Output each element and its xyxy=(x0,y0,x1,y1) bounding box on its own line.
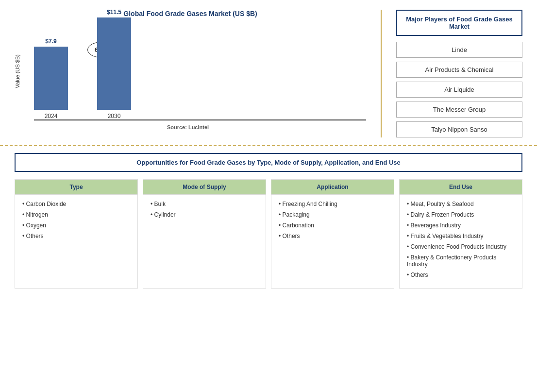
bottom-section: Opportunities for Food Grade Gases by Ty… xyxy=(0,146,537,392)
player-messer: The Messer Group xyxy=(396,102,522,118)
list-item: Fruits & Vegetables Industry xyxy=(404,233,517,239)
opportunities-title: Opportunities for Food Grade Gases by Ty… xyxy=(15,153,522,172)
list-item: Carbon Dioxide xyxy=(20,201,133,207)
column-mode-of-supply: Mode of Supply Bulk Cylinder xyxy=(143,179,266,289)
bar-2030 xyxy=(97,17,131,110)
chart-area: Global Food Grade Gases Market (US $B) V… xyxy=(15,10,366,137)
list-item: Bakery & Confectionery Products Industry xyxy=(404,254,517,268)
x-axis-line xyxy=(34,119,366,120)
bar-group-2024: $7.9 2024 xyxy=(34,38,68,119)
list-item: Bulk xyxy=(148,201,261,207)
vertical-divider xyxy=(381,10,382,137)
column-header-mode: Mode of Supply xyxy=(143,180,266,195)
column-header-application: Application xyxy=(271,180,394,195)
column-header-end-use: End Use xyxy=(400,180,522,195)
list-item: Others xyxy=(404,272,517,278)
bars-wrapper: $7.9 2024 6.5% → xyxy=(24,22,366,119)
top-section: Global Food Grade Gases Market (US $B) V… xyxy=(0,0,537,146)
list-item: Carbonation xyxy=(276,222,389,229)
players-title: Major Players of Food Grade Gases Market xyxy=(396,10,522,36)
major-players-panel: Major Players of Food Grade Gases Market… xyxy=(396,10,522,137)
chart-title: Global Food Grade Gases Market (US $B) xyxy=(123,10,257,17)
list-item: Convenience Food Products Industry xyxy=(404,243,517,250)
list-item: Others xyxy=(20,233,133,239)
bar-2024 xyxy=(34,47,68,110)
y-axis-label: Value (US $B) xyxy=(15,54,20,88)
bar-label-2024: 2024 xyxy=(45,113,58,119)
player-air-products: Air Products & Chemical xyxy=(396,62,522,78)
list-item: Others xyxy=(276,233,389,239)
source-label: Source: Lucintel xyxy=(167,124,209,130)
list-item: Nitrogen xyxy=(20,211,133,218)
list-item: Dairy & Frozen Products xyxy=(404,211,517,218)
player-linde: Linde xyxy=(396,42,522,58)
column-body-type: Carbon Dioxide Nitrogen Oxygen Others xyxy=(15,195,137,288)
column-type: Type Carbon Dioxide Nitrogen Oxygen Othe… xyxy=(15,179,138,289)
list-item: Meat, Poultry & Seafood xyxy=(404,201,517,207)
column-application: Application Freezing And Chilling Packag… xyxy=(271,179,394,289)
list-item: Freezing And Chilling xyxy=(276,201,389,207)
player-air-liquide: Air Liquide xyxy=(396,82,522,98)
list-item: Cylinder xyxy=(148,211,261,218)
list-item: Beverages Industry xyxy=(404,222,517,229)
bar-value-2024: $7.9 xyxy=(45,38,56,45)
bar-value-2030: $11.5 xyxy=(107,9,121,16)
bar-group-2030: $11.5 2030 xyxy=(97,9,131,119)
chart-inner: $7.9 2024 6.5% → xyxy=(24,22,366,120)
bar-label-2030: 2030 xyxy=(108,113,121,119)
column-header-type: Type xyxy=(15,180,137,195)
list-item: Oxygen xyxy=(20,222,133,229)
list-item: Packaging xyxy=(276,211,389,218)
column-body-application: Freezing And Chilling Packaging Carbonat… xyxy=(271,195,394,288)
chart-container: Value (US $B) $7.9 2024 6.5% xyxy=(15,22,366,120)
page-wrapper: Global Food Grade Gases Market (US $B) V… xyxy=(0,0,537,392)
player-taiyo: Taiyo Nippon Sanso xyxy=(396,121,522,137)
column-end-use: End Use Meat, Poultry & Seafood Dairy & … xyxy=(399,179,522,289)
columns-wrapper: Type Carbon Dioxide Nitrogen Oxygen Othe… xyxy=(15,179,522,289)
column-body-end-use: Meat, Poultry & Seafood Dairy & Frozen P… xyxy=(400,195,522,288)
column-body-mode: Bulk Cylinder xyxy=(143,195,266,288)
